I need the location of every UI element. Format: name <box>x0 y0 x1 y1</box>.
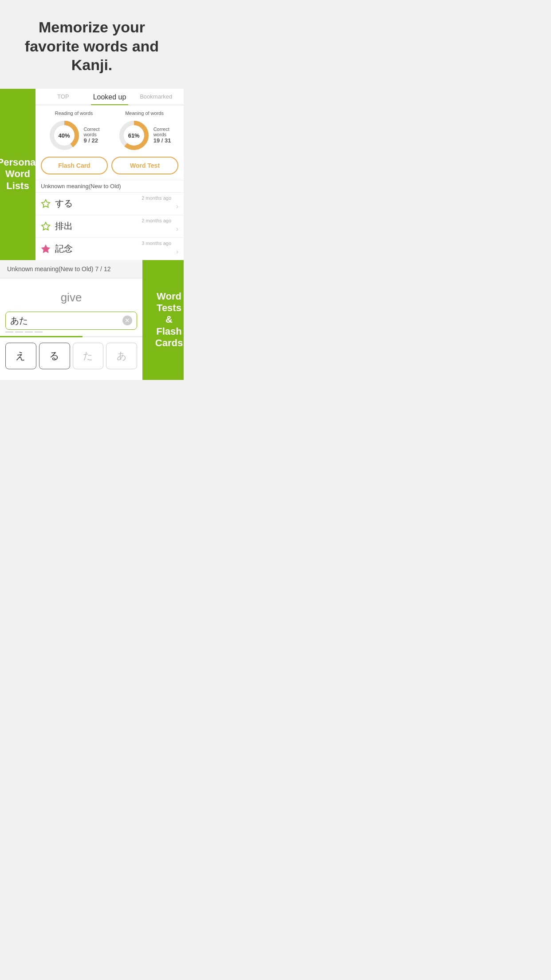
action-buttons-row: Flash Card Word Test <box>35 157 184 180</box>
kana-key-ru[interactable]: る <box>39 343 70 369</box>
star-icon-kinen[interactable] <box>41 244 51 254</box>
svg-marker-6 <box>42 245 50 252</box>
word-time-suru: 2 months ago <box>142 195 171 201</box>
word-time-kinen: 3 months ago <box>142 241 171 246</box>
meaning-percent: 61% <box>128 132 140 138</box>
kana-key-ta[interactable]: た <box>73 343 104 369</box>
clear-input-button[interactable]: ✕ <box>122 316 132 325</box>
word-row-haisyutsu[interactable]: 2 months ago 排出 › <box>35 215 184 237</box>
word-test-left: Unknown meaning(New to Old) 7 / 12 give … <box>0 260 142 380</box>
reading-chart-inner: 40% Correctwords 9 / 22 <box>48 119 100 151</box>
tab-looked-up[interactable]: Looked up <box>87 89 133 105</box>
flash-card-button[interactable]: Flash Card <box>41 157 108 174</box>
word-test-right-text: Word Tests&Flash Cards <box>147 291 184 349</box>
reading-chart-block: Reading of words 40% Correctwords 9 / 22 <box>48 111 100 151</box>
word-test-header: Unknown meaning(New to Old) 7 / 12 <box>0 260 142 278</box>
word-test-button[interactable]: Word Test <box>111 157 178 174</box>
star-icon-suru[interactable] <box>41 199 51 209</box>
meaning-chart-inner: 61% Correctwords 19 / 31 <box>118 119 171 151</box>
word-test-right-label: Word Tests&Flash Cards <box>142 260 184 380</box>
hero-title: Memorize your favorite words and Kanji. <box>11 18 173 75</box>
kana-key-a[interactable]: あ <box>106 343 137 369</box>
reading-correct-value: 9 / 22 <box>84 137 100 144</box>
meaning-chart-info: Correctwords 19 / 31 <box>153 126 171 144</box>
svg-marker-5 <box>42 222 50 229</box>
word-row-kinen[interactable]: 3 months ago 記念 › <box>35 237 184 260</box>
word-test-underline <box>0 330 142 332</box>
word-test-question: give <box>0 278 142 312</box>
svg-marker-4 <box>42 199 50 207</box>
star-icon-haisyutsu[interactable] <box>41 221 51 231</box>
tab-top[interactable]: TOP <box>40 89 87 105</box>
word-time-haisyutsu: 2 months ago <box>142 218 171 223</box>
reading-percent: 40% <box>59 132 70 138</box>
card-panel: TOP Looked up Bookmarked Reading of word… <box>35 89 184 260</box>
personal-word-lists-label: PersonalWord Lists <box>0 89 35 260</box>
kana-keyboard: え る た あ <box>0 337 142 375</box>
chevron-icon-suru: › <box>176 202 178 210</box>
personal-word-lists-label-text: PersonalWord Lists <box>0 157 38 192</box>
reading-donut: 40% <box>48 119 80 151</box>
meaning-correct-label: Correctwords <box>153 126 171 137</box>
tab-bookmarked[interactable]: Bookmarked <box>133 89 179 105</box>
meaning-correct-value: 19 / 31 <box>153 137 171 144</box>
kana-key-e[interactable]: え <box>5 343 36 369</box>
chevron-icon-kinen: › <box>176 248 178 256</box>
meaning-donut: 61% <box>118 119 150 151</box>
tabs-row: TOP Looked up Bookmarked <box>35 89 184 105</box>
reading-chart-title: Reading of words <box>55 111 93 116</box>
word-row-suru[interactable]: 2 months ago する › <box>35 192 184 215</box>
reading-correct-label: Correctwords <box>84 126 100 137</box>
meaning-chart-title: Meaning of words <box>125 111 164 116</box>
word-test-section: Unknown meaning(New to Old) 7 / 12 give … <box>0 260 184 380</box>
reading-chart-info: Correctwords 9 / 22 <box>84 126 100 144</box>
hero-section: Memorize your favorite words and Kanji. <box>0 0 184 85</box>
sort-label: Unknown meaning(New to Old) <box>35 180 184 192</box>
charts-row: Reading of words 40% Correctwords 9 / 22 <box>35 105 184 157</box>
word-test-input-wrap[interactable]: ✕ <box>5 312 137 330</box>
personal-word-lists-section: PersonalWord Lists TOP Looked up Bookmar… <box>0 89 184 260</box>
meaning-chart-block: Meaning of words 61% Correctwords 19 / 3… <box>118 111 171 151</box>
word-test-input[interactable] <box>10 316 122 326</box>
chevron-icon-haisyutsu: › <box>176 225 178 233</box>
